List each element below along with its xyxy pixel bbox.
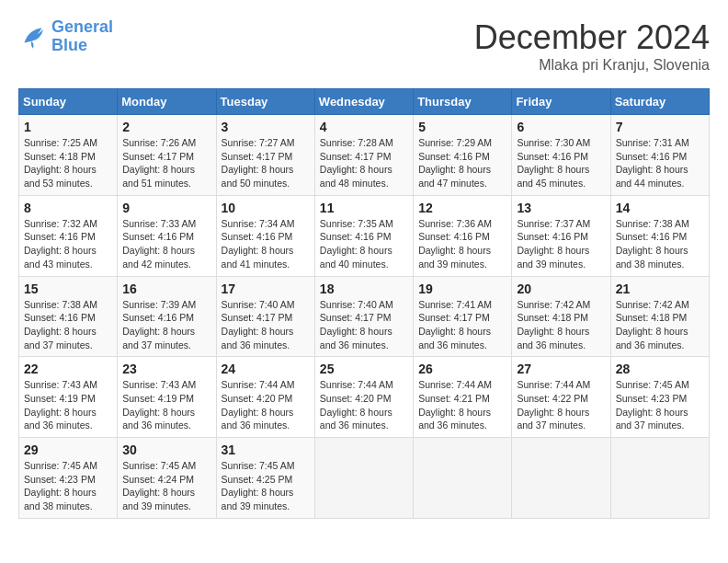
- cell-info: Sunrise: 7:45 AMSunset: 4:24 PMDaylight:…: [122, 459, 210, 513]
- cell-info: Sunrise: 7:44 AMSunset: 4:20 PMDaylight:…: [320, 378, 408, 432]
- day-number: 8: [24, 201, 112, 215]
- calendar-cell: 3Sunrise: 7:27 AMSunset: 4:17 PMDaylight…: [216, 115, 314, 196]
- day-number: 3: [222, 120, 310, 134]
- cell-info: Sunrise: 7:42 AMSunset: 4:18 PMDaylight:…: [616, 298, 704, 352]
- logo-text-block: General Blue: [51, 18, 113, 55]
- calendar-cell: 8Sunrise: 7:32 AMSunset: 4:16 PMDaylight…: [19, 195, 118, 276]
- calendar-cell: 18Sunrise: 7:40 AMSunset: 4:17 PMDayligh…: [314, 276, 413, 357]
- calendar-cell: 14Sunrise: 7:38 AMSunset: 4:16 PMDayligh…: [610, 195, 709, 276]
- calendar-week-row: 15Sunrise: 7:38 AMSunset: 4:16 PMDayligh…: [19, 276, 710, 357]
- day-number: 18: [320, 282, 408, 296]
- cell-info: Sunrise: 7:45 AMSunset: 4:25 PMDaylight:…: [222, 459, 310, 513]
- day-number: 1: [24, 120, 112, 134]
- cell-info: Sunrise: 7:45 AMSunset: 4:23 PMDaylight:…: [24, 459, 112, 513]
- day-number: 23: [122, 362, 210, 376]
- calendar-cell: 24Sunrise: 7:44 AMSunset: 4:20 PMDayligh…: [216, 357, 314, 438]
- day-number: 11: [320, 201, 408, 215]
- calendar-cell: 4Sunrise: 7:28 AMSunset: 4:17 PMDaylight…: [314, 115, 413, 196]
- day-number: 26: [418, 362, 506, 376]
- cell-info: Sunrise: 7:35 AMSunset: 4:16 PMDaylight:…: [320, 217, 408, 271]
- calendar-cell: 9Sunrise: 7:33 AMSunset: 4:16 PMDaylight…: [118, 195, 216, 276]
- weekday-header: Monday: [118, 89, 216, 115]
- cell-info: Sunrise: 7:31 AMSunset: 4:16 PMDaylight:…: [616, 136, 704, 190]
- calendar-cell: 27Sunrise: 7:44 AMSunset: 4:22 PMDayligh…: [512, 357, 610, 438]
- day-number: 16: [122, 282, 210, 296]
- day-number: 14: [616, 201, 704, 215]
- cell-info: Sunrise: 7:41 AMSunset: 4:17 PMDaylight:…: [418, 298, 506, 352]
- day-number: 7: [616, 120, 704, 134]
- cell-info: Sunrise: 7:39 AMSunset: 4:16 PMDaylight:…: [122, 298, 210, 352]
- weekday-header: Sunday: [19, 89, 118, 115]
- weekday-header: Thursday: [414, 89, 512, 115]
- cell-info: Sunrise: 7:43 AMSunset: 4:19 PMDaylight:…: [122, 378, 210, 432]
- month-title: December 2024: [474, 18, 710, 57]
- calendar-cell: 15Sunrise: 7:38 AMSunset: 4:16 PMDayligh…: [19, 276, 118, 357]
- page-header: General Blue December 2024 Mlaka pri Kra…: [18, 18, 710, 74]
- day-number: 6: [517, 120, 605, 134]
- calendar-cell: 16Sunrise: 7:39 AMSunset: 4:16 PMDayligh…: [118, 276, 216, 357]
- day-number: 2: [122, 120, 210, 134]
- cell-info: Sunrise: 7:44 AMSunset: 4:22 PMDaylight:…: [517, 378, 605, 432]
- day-number: 17: [222, 282, 310, 296]
- cell-info: Sunrise: 7:27 AMSunset: 4:17 PMDaylight:…: [222, 136, 310, 190]
- weekday-header: Saturday: [610, 89, 709, 115]
- logo-line1: General: [51, 18, 113, 37]
- calendar-cell: 31Sunrise: 7:45 AMSunset: 4:25 PMDayligh…: [216, 438, 314, 519]
- calendar-cell: 29Sunrise: 7:45 AMSunset: 4:23 PMDayligh…: [19, 438, 118, 519]
- day-number: 21: [616, 282, 704, 296]
- day-number: 25: [320, 362, 408, 376]
- day-number: 4: [320, 120, 408, 134]
- calendar-cell: 11Sunrise: 7:35 AMSunset: 4:16 PMDayligh…: [314, 195, 413, 276]
- cell-info: Sunrise: 7:26 AMSunset: 4:17 PMDaylight:…: [122, 136, 210, 190]
- calendar-week-row: 1Sunrise: 7:25 AMSunset: 4:18 PMDaylight…: [19, 115, 710, 196]
- calendar-cell: 1Sunrise: 7:25 AMSunset: 4:18 PMDaylight…: [19, 115, 118, 196]
- calendar-cell: 26Sunrise: 7:44 AMSunset: 4:21 PMDayligh…: [414, 357, 512, 438]
- cell-info: Sunrise: 7:30 AMSunset: 4:16 PMDaylight:…: [517, 136, 605, 190]
- cell-info: Sunrise: 7:34 AMSunset: 4:16 PMDaylight:…: [222, 217, 310, 271]
- day-number: 9: [122, 201, 210, 215]
- day-number: 10: [222, 201, 310, 215]
- cell-info: Sunrise: 7:40 AMSunset: 4:17 PMDaylight:…: [222, 298, 310, 352]
- day-number: 20: [517, 282, 605, 296]
- calendar-week-row: 8Sunrise: 7:32 AMSunset: 4:16 PMDaylight…: [19, 195, 710, 276]
- calendar-cell: 10Sunrise: 7:34 AMSunset: 4:16 PMDayligh…: [216, 195, 314, 276]
- calendar-cell: 6Sunrise: 7:30 AMSunset: 4:16 PMDaylight…: [512, 115, 610, 196]
- calendar-cell: 12Sunrise: 7:36 AMSunset: 4:16 PMDayligh…: [414, 195, 512, 276]
- calendar-table: SundayMondayTuesdayWednesdayThursdayFrid…: [18, 88, 710, 519]
- cell-info: Sunrise: 7:37 AMSunset: 4:16 PMDaylight:…: [517, 217, 605, 271]
- calendar-cell: 19Sunrise: 7:41 AMSunset: 4:17 PMDayligh…: [414, 276, 512, 357]
- day-number: 28: [616, 362, 704, 376]
- calendar-cell: 23Sunrise: 7:43 AMSunset: 4:19 PMDayligh…: [118, 357, 216, 438]
- logo-icon: [18, 22, 48, 52]
- cell-info: Sunrise: 7:44 AMSunset: 4:20 PMDaylight:…: [222, 378, 310, 432]
- cell-info: Sunrise: 7:45 AMSunset: 4:23 PMDaylight:…: [616, 378, 704, 432]
- day-number: 12: [418, 201, 506, 215]
- day-number: 13: [517, 201, 605, 215]
- cell-info: Sunrise: 7:32 AMSunset: 4:16 PMDaylight:…: [24, 217, 112, 271]
- day-number: 29: [24, 442, 112, 457]
- calendar-cell: [512, 438, 610, 519]
- location-title: Mlaka pri Kranju, Slovenia: [474, 57, 710, 74]
- calendar-cell: [610, 438, 709, 519]
- calendar-week-row: 29Sunrise: 7:45 AMSunset: 4:23 PMDayligh…: [19, 438, 710, 519]
- logo-line2: Blue: [51, 37, 113, 55]
- calendar-cell: [414, 438, 512, 519]
- day-number: 30: [122, 442, 210, 457]
- cell-info: Sunrise: 7:44 AMSunset: 4:21 PMDaylight:…: [418, 378, 506, 432]
- calendar-cell: 7Sunrise: 7:31 AMSunset: 4:16 PMDaylight…: [610, 115, 709, 196]
- calendar-cell: 21Sunrise: 7:42 AMSunset: 4:18 PMDayligh…: [610, 276, 709, 357]
- cell-info: Sunrise: 7:36 AMSunset: 4:16 PMDaylight:…: [418, 217, 506, 271]
- calendar-cell: 22Sunrise: 7:43 AMSunset: 4:19 PMDayligh…: [19, 357, 118, 438]
- day-number: 31: [222, 442, 310, 457]
- cell-info: Sunrise: 7:28 AMSunset: 4:17 PMDaylight:…: [320, 136, 408, 190]
- cell-info: Sunrise: 7:38 AMSunset: 4:16 PMDaylight:…: [616, 217, 704, 271]
- cell-info: Sunrise: 7:40 AMSunset: 4:17 PMDaylight:…: [320, 298, 408, 352]
- calendar-cell: 28Sunrise: 7:45 AMSunset: 4:23 PMDayligh…: [610, 357, 709, 438]
- day-number: 15: [24, 282, 112, 296]
- calendar-cell: 2Sunrise: 7:26 AMSunset: 4:17 PMDaylight…: [118, 115, 216, 196]
- calendar-cell: 5Sunrise: 7:29 AMSunset: 4:16 PMDaylight…: [414, 115, 512, 196]
- calendar-cell: 30Sunrise: 7:45 AMSunset: 4:24 PMDayligh…: [118, 438, 216, 519]
- day-number: 19: [418, 282, 506, 296]
- weekday-header: Wednesday: [314, 89, 413, 115]
- cell-info: Sunrise: 7:29 AMSunset: 4:16 PMDaylight:…: [418, 136, 506, 190]
